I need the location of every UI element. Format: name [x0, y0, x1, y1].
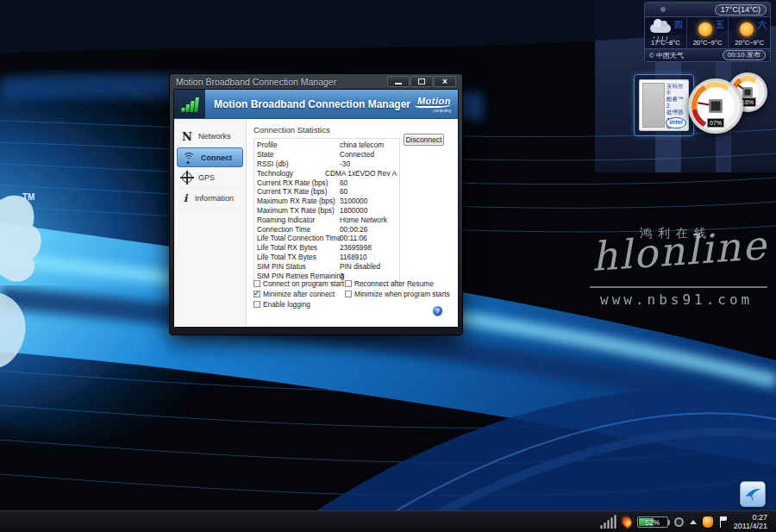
forecast-day-1[interactable]: 四 17°C~8°C: [645, 17, 687, 48]
sidebar-item-gps[interactable]: GPS: [177, 168, 243, 188]
weather-gadget[interactable]: 17°C(14°C) 四 17°C~8°C 五 20°C~9°C 六 20°C~…: [644, 2, 771, 62]
action-center-flag-icon[interactable]: [719, 516, 728, 528]
gauge-center-chip: [710, 100, 723, 113]
table-row: Connection Time00:00:26: [257, 224, 397, 234]
connection-statistics-panel: Connection Statistics Profilechina telec…: [247, 119, 458, 328]
help-icon[interactable]: ?: [433, 306, 442, 316]
cpu-gauge: 07%: [688, 78, 743, 134]
forecast-temp-range: 20°C~9°C: [729, 39, 770, 47]
battery-nub: [668, 520, 670, 525]
chip-line-1: 英特尔®: [666, 83, 686, 96]
cpu-meter-gadget[interactable]: 英特尔® 酷睿™ 2 处理器 2.00 GHz intel 16% 07%: [630, 72, 776, 138]
checkbox-enable-logging[interactable]: Enable logging: [253, 300, 310, 309]
table-row: Current TX Rate (bps)60: [257, 187, 397, 197]
watermark: 鸿利在线 hlonline www.nbs91.com: [590, 221, 773, 307]
checkbox-label: Minimize after connect: [263, 290, 335, 298]
sidebar: N Networks Connect GPS i: [174, 119, 247, 328]
minimize-button[interactable]: [387, 76, 410, 87]
show-hidden-icons-button[interactable]: [690, 520, 697, 524]
system-tray: 52% 0:27 2011/4/21: [600, 511, 776, 532]
sidebar-item-label: Connect: [201, 153, 232, 162]
weather-footer: © 中国天气 00:10 发布: [645, 49, 770, 61]
tray-signal-bars-icon[interactable]: [600, 515, 616, 529]
weather-source: © 中国天气: [649, 51, 684, 60]
forecast-day-2[interactable]: 五 20°C~9°C: [687, 17, 729, 48]
checkbox-minimize-when-program-starts[interactable]: Minimize when program starts: [345, 290, 450, 298]
close-button[interactable]: ×: [434, 76, 456, 87]
sun-icon: [740, 22, 754, 36]
checkbox-box[interactable]: [253, 280, 260, 287]
intel-logo: intel: [666, 117, 686, 128]
checkbox-label: Reconnect after Resume: [354, 279, 434, 288]
checkbox-label: Minimize when program starts: [354, 290, 450, 298]
close-icon: ×: [442, 78, 447, 86]
signal-bars-icon: [181, 97, 199, 112]
checkbox-minimize-after-connect[interactable]: Minimize after connect: [253, 290, 335, 298]
app-content: N Networks Connect GPS i: [174, 119, 458, 328]
tray-connection-flame-icon[interactable]: [620, 515, 634, 529]
disconnect-button[interactable]: Disconnect: [404, 134, 444, 146]
forecast-temp-range: 17°C~8°C: [645, 39, 686, 47]
gauge-center-chip: [743, 88, 753, 97]
intel-chip: 英特尔® 酷睿™ 2 处理器 2.00 GHz intel: [639, 79, 689, 131]
tray-app-icon[interactable]: [703, 516, 713, 528]
minimize-icon: [395, 83, 402, 84]
current-temp: 17°C(14°C): [715, 4, 767, 16]
checkbox-box[interactable]: [345, 291, 352, 297]
maximize-icon: [418, 78, 425, 84]
table-row: Life Total TX Bytes1168910: [257, 253, 397, 262]
app-header-logo-block: [174, 90, 205, 118]
taskbar[interactable]: 52% 0:27 2011/4/21: [0, 510, 776, 532]
sidebar-item-connect[interactable]: Connect: [177, 147, 243, 167]
forecast-temp-range: 20°C~9°C: [687, 39, 729, 47]
window-body: Motion Broadband Connection Manager Moti…: [173, 89, 459, 328]
clock-date: 2011/4/21: [734, 522, 767, 530]
table-row: Life Total RX Bytes23695998: [257, 243, 397, 253]
window-title: Motion Broadband Connection Manager: [176, 77, 387, 87]
desktop: TM 鸿利在线 hlonline www.nbs91.com 17°C(14°C…: [0, 0, 776, 532]
window-titlebar[interactable]: Motion Broadband Connection Manager ×: [173, 74, 459, 89]
app-header-title: Motion Broadband Connection Manager: [214, 98, 410, 110]
table-row: Life Total Connection Time00:11:06: [257, 234, 397, 243]
sun-icon: [698, 22, 712, 36]
ime-indicator[interactable]: [740, 481, 766, 507]
chip-die: [642, 83, 665, 128]
taskbar-clock[interactable]: 0:27 2011/4/21: [734, 513, 771, 530]
sidebar-item-label: Information: [195, 194, 234, 203]
motion-logo-subtext: computing: [415, 109, 451, 113]
checkbox-reconnect-after-resume[interactable]: Reconnect after Resume: [345, 279, 434, 288]
sidebar-item-label: Networks: [198, 132, 231, 141]
table-row: RSSI (db)-30: [257, 160, 397, 169]
table-row: Maximum RX Rate (bps)3100000: [257, 197, 397, 206]
checkbox-label: Connect on program start: [263, 279, 344, 288]
table-row: Roaming IndicatorHome Network: [257, 215, 397, 224]
power-plug-icon[interactable]: [674, 517, 684, 527]
sidebar-item-information[interactable]: i Information: [177, 189, 243, 209]
current-weather-icon: [660, 7, 666, 12]
weather-forecast-row: 四 17°C~8°C 五 20°C~9°C 六 20°C~9°C: [645, 17, 770, 49]
cpu-usage-value: 07%: [707, 118, 724, 128]
information-icon: i: [182, 192, 189, 204]
table-row: Maximum TX Rate (bps)1800000: [257, 206, 397, 216]
app-header: Motion Broadband Connection Manager Moti…: [174, 90, 458, 119]
checkbox-box[interactable]: [253, 301, 260, 308]
sidebar-item-networks[interactable]: N Networks: [177, 127, 243, 147]
cpu-chip-card: 英特尔® 酷睿™ 2 处理器 2.00 GHz intel: [634, 74, 694, 136]
maximize-button[interactable]: [410, 76, 433, 87]
window-controls: ×: [387, 76, 456, 87]
forecast-day-label: 四: [674, 19, 683, 31]
battery-indicator[interactable]: 52%: [637, 516, 668, 528]
forecast-day-label: 五: [716, 19, 724, 31]
wallpaper-tm-text: TM: [22, 192, 34, 202]
statistics-table: Profilechina telecom StateConnected RSSI…: [253, 138, 400, 283]
forecast-day-3[interactable]: 六 20°C~9°C: [729, 17, 770, 48]
checkbox-connect-on-start[interactable]: Connect on program start: [253, 279, 344, 288]
weather-published: 00:10 发布: [723, 50, 766, 60]
weather-current-row: 17°C(14°C): [645, 3, 770, 17]
connection-manager-window: Motion Broadband Connection Manager × Mo…: [169, 73, 463, 335]
checkbox-box[interactable]: [253, 291, 260, 297]
checkbox-box[interactable]: [345, 280, 352, 287]
watermark-url: www.nbs91.com: [600, 291, 753, 308]
chip-line-3: 处理器: [666, 109, 686, 116]
clock-time: 0:27: [734, 513, 767, 522]
